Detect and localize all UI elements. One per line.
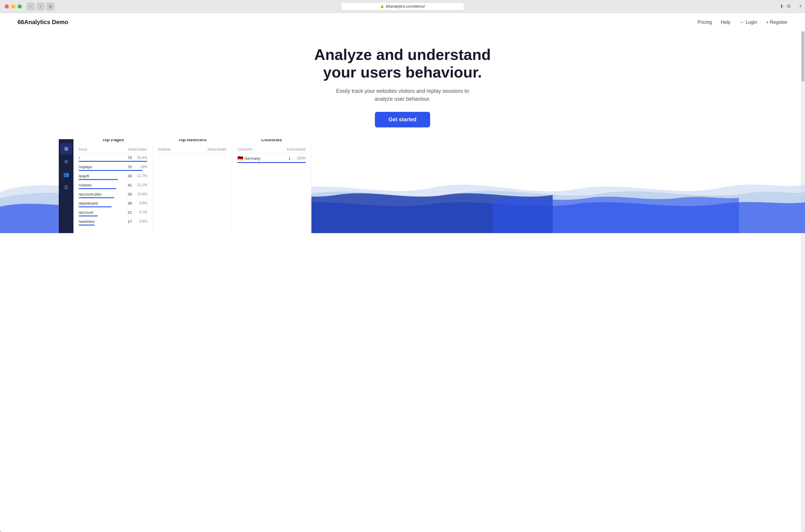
- country-name: Germany: [244, 156, 260, 160]
- site-nav: Pricing Help → Login + Register: [697, 20, 787, 25]
- hero-section: Analyze and understand your users behavi…: [0, 32, 805, 136]
- countries-table-header: COUNTRY PAGEVIEWS: [237, 146, 306, 153]
- col-country-pageviews-label: PAGEVIEWS: [287, 148, 306, 151]
- mac-window: ‹ › ⊟ 🔒 66analytics.com/demo/ ⬆ ⧉ + 66An…: [0, 0, 805, 532]
- table-row: /websites174.6%: [79, 219, 147, 226]
- col-referrer-pageviews-label: PAGEVIEWS: [208, 148, 226, 151]
- lock-icon: 🔒: [380, 4, 384, 8]
- sidebar-icon-users[interactable]: 👥: [60, 169, 72, 180]
- nav-help[interactable]: Help: [721, 20, 730, 25]
- countries-title: Countries: [261, 139, 282, 142]
- minimize-button[interactable]: [11, 4, 15, 8]
- top-referrers-panel: ↗ Top Referrers DOMAIN PAGEVIEWS: [153, 139, 232, 233]
- col-country-label: COUNTRY: [237, 148, 253, 151]
- sidebar: 6 ⊞ ⚙ 👥 ☰: [59, 139, 73, 233]
- dashboard-preview: 6 ⊞ ⚙ 👥 ☰ 📄 Top Pages PAGE PAGEVIEWS: [59, 139, 311, 233]
- maximize-button[interactable]: [18, 4, 22, 8]
- table-row: /visitors4111.1%: [79, 183, 147, 189]
- page-content: 66Analytics Demo Pricing Help → Login + …: [0, 13, 805, 532]
- url-text: 66analytics.com/demo/: [386, 4, 425, 8]
- nav-login[interactable]: → Login: [739, 20, 757, 25]
- close-button[interactable]: [5, 4, 9, 8]
- table-row: /account-plan3910.6%: [79, 192, 147, 198]
- col-domain-label: DOMAIN: [158, 148, 171, 151]
- nav-pricing[interactable]: Pricing: [697, 20, 712, 25]
- window-controls: [5, 4, 22, 8]
- nav-register[interactable]: + Register: [766, 20, 787, 25]
- get-started-button[interactable]: Get started: [375, 112, 430, 128]
- tabs-button[interactable]: ⧉: [787, 3, 790, 9]
- new-tab-button[interactable]: +: [799, 3, 802, 10]
- browser-action-buttons: ⬆ ⧉: [780, 3, 790, 9]
- table-row: /dashboard369.8%: [79, 201, 147, 207]
- hero-subtitle: Easily track your websites visitors and …: [329, 87, 476, 103]
- share-button[interactable]: ⬆: [780, 3, 784, 9]
- top-pages-title: Top Pages: [102, 139, 124, 142]
- sidebar-icon-settings[interactable]: ⚙: [60, 156, 72, 168]
- col-pageviews-label: PAGEVIEWS: [128, 148, 147, 151]
- sidebar-icon-list[interactable]: ☰: [60, 182, 72, 193]
- sidebar-icon-grid[interactable]: ⊞: [60, 143, 72, 155]
- top-referrers-header: ↗ Top Referrers: [158, 139, 226, 142]
- login-label: Login: [746, 20, 757, 25]
- top-pages-header: 📄 Top Pages: [79, 139, 147, 142]
- table-row: 🇩🇪 Germany 1 100%: [237, 156, 306, 163]
- register-label: Register: [770, 20, 787, 25]
- back-button[interactable]: ‹: [26, 2, 35, 11]
- hero-title: Analyze and understand your users behavi…: [300, 46, 505, 81]
- site-logo[interactable]: 66Analytics Demo: [18, 19, 68, 25]
- titlebar: ‹ › ⊟ 🔒 66analytics.com/demo/ ⬆ ⧉ +: [0, 0, 805, 13]
- col-page-label: PAGE: [79, 148, 88, 151]
- top-referrers-table-header: DOMAIN PAGEVIEWS: [158, 146, 226, 153]
- flag-icon: 🇩🇪: [237, 156, 243, 161]
- login-icon: →: [739, 20, 744, 25]
- forward-button[interactable]: ›: [36, 2, 45, 11]
- table-row: /replays7019%: [79, 165, 147, 171]
- table-row: /7520.4%: [79, 156, 147, 162]
- top-pages-panel: 📄 Top Pages PAGE PAGEVIEWS /7520.4% /rep…: [73, 139, 153, 233]
- top-pages-table-header: PAGE PAGEVIEWS: [79, 146, 147, 153]
- address-bar[interactable]: 🔒 66analytics.com/demo/: [341, 2, 464, 11]
- table-row: /pay/64311.7%: [79, 174, 147, 180]
- top-referrers-title: Top Referrers: [178, 139, 206, 142]
- countries-panel: 🌐 Countries COUNTRY PAGEVIEWS 🇩🇪 Germany: [232, 139, 311, 233]
- wave-area: 6 ⊞ ⚙ 👥 ☰ 📄 Top Pages PAGE PAGEVIEWS: [0, 139, 805, 233]
- site-header: 66Analytics Demo Pricing Help → Login + …: [0, 13, 805, 32]
- register-plus-icon: +: [766, 20, 769, 25]
- countries-header: 🌐 Countries: [237, 139, 306, 142]
- nav-buttons: ‹ › ⊟: [26, 2, 55, 11]
- sidebar-toggle-button[interactable]: ⊟: [47, 2, 55, 11]
- table-row: /account215.7%: [79, 210, 147, 216]
